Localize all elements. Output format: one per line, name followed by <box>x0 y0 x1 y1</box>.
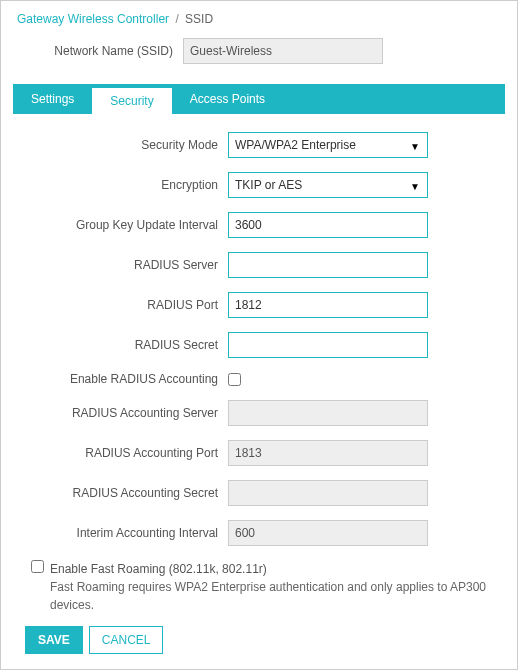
radius-accounting-secret-label: RADIUS Accounting Secret <box>13 486 228 500</box>
radius-accounting-port-input[interactable] <box>228 440 428 466</box>
radius-accounting-server-input[interactable] <box>228 400 428 426</box>
enable-radius-accounting-row: Enable RADIUS Accounting <box>13 372 505 386</box>
ssid-row: Network Name (SSID) <box>13 38 505 64</box>
page: Gateway Wireless Controller / SSID Netwo… <box>0 0 518 670</box>
radius-accounting-port-label: RADIUS Accounting Port <box>13 446 228 460</box>
group-key-input[interactable] <box>228 212 428 238</box>
encryption-label: Encryption <box>13 178 228 192</box>
tab-security[interactable]: Security <box>92 88 171 114</box>
breadcrumb-parent-link[interactable]: Gateway Wireless Controller <box>17 12 169 26</box>
radius-accounting-port-row: RADIUS Accounting Port <box>13 440 505 466</box>
security-mode-row: Security Mode WPA/WPA2 Enterprise ▼ <box>13 132 505 158</box>
radius-accounting-secret-row: RADIUS Accounting Secret <box>13 480 505 506</box>
radius-accounting-server-label: RADIUS Accounting Server <box>13 406 228 420</box>
encryption-select[interactable]: TKIP or AES <box>228 172 428 198</box>
radius-port-row: RADIUS Port <box>13 292 505 318</box>
breadcrumb: Gateway Wireless Controller / SSID <box>13 9 505 26</box>
radius-port-label: RADIUS Port <box>13 298 228 312</box>
save-button[interactable]: SAVE <box>25 626 83 654</box>
radius-secret-label: RADIUS Secret <box>13 338 228 352</box>
fast-roaming-checkbox[interactable] <box>31 560 44 573</box>
encryption-row: Encryption TKIP or AES ▼ <box>13 172 505 198</box>
fast-roaming-row: Enable Fast Roaming (802.11k, 802.11r) F… <box>31 560 505 614</box>
radius-accounting-server-row: RADIUS Accounting Server <box>13 400 505 426</box>
tab-settings[interactable]: Settings <box>13 84 92 114</box>
radius-secret-input[interactable] <box>228 332 428 358</box>
interim-interval-input[interactable] <box>228 520 428 546</box>
radius-server-label: RADIUS Server <box>13 258 228 272</box>
breadcrumb-separator: / <box>175 12 178 26</box>
ssid-input[interactable] <box>183 38 383 64</box>
group-key-label: Group Key Update Interval <box>13 218 228 232</box>
enable-radius-accounting-label: Enable RADIUS Accounting <box>13 372 228 386</box>
radius-server-input[interactable] <box>228 252 428 278</box>
tab-access-points[interactable]: Access Points <box>172 84 283 114</box>
radius-port-input[interactable] <box>228 292 428 318</box>
security-mode-label: Security Mode <box>13 138 228 152</box>
interim-interval-row: Interim Accounting Interval <box>13 520 505 546</box>
breadcrumb-current: SSID <box>185 12 213 26</box>
security-mode-select[interactable]: WPA/WPA2 Enterprise <box>228 132 428 158</box>
fast-roaming-text: Enable Fast Roaming (802.11k, 802.11r) F… <box>50 560 505 614</box>
interim-interval-label: Interim Accounting Interval <box>13 526 228 540</box>
group-key-row: Group Key Update Interval <box>13 212 505 238</box>
tab-bar: Settings Security Access Points <box>13 84 505 114</box>
enable-radius-accounting-checkbox[interactable] <box>228 373 241 386</box>
fast-roaming-note: Fast Roaming requires WPA2 Enterprise au… <box>50 578 505 614</box>
radius-server-row: RADIUS Server <box>13 252 505 278</box>
cancel-button[interactable]: CANCEL <box>89 626 164 654</box>
ssid-label: Network Name (SSID) <box>13 44 183 58</box>
fast-roaming-label: Enable Fast Roaming (802.11k, 802.11r) <box>50 560 505 578</box>
radius-accounting-secret-input[interactable] <box>228 480 428 506</box>
button-row: SAVE CANCEL <box>25 626 505 654</box>
radius-secret-row: RADIUS Secret <box>13 332 505 358</box>
